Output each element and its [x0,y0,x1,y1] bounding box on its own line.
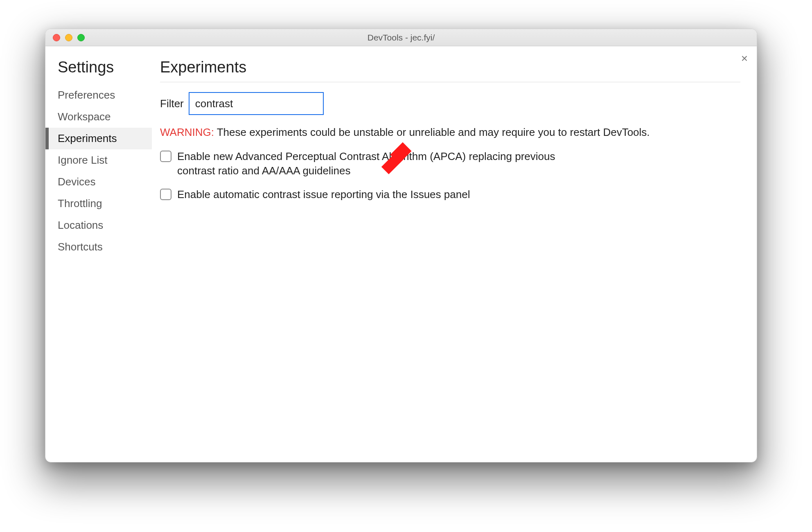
sidebar-item-experiments[interactable]: Experiments [45,128,152,149]
warning-label: WARNING: [160,126,214,138]
sidebar-item-throttling[interactable]: Throttling [45,193,152,214]
filter-label: Filter [160,97,184,110]
sidebar-item-shortcuts[interactable]: Shortcuts [45,236,152,258]
sidebar-item-devices[interactable]: Devices [45,171,152,193]
close-icon[interactable]: × [741,52,748,65]
experiment-row[interactable]: Enable new Advanced Perceptual Contrast … [160,149,590,178]
sidebar-item-workspace[interactable]: Workspace [45,106,152,128]
sidebar-item-locations[interactable]: Locations [45,214,152,236]
filter-row: Filter [160,92,740,115]
sidebar-title: Settings [58,59,152,76]
titlebar: DevTools - jec.fyi/ [45,29,757,46]
checkbox[interactable] [160,151,171,162]
experiment-label: Enable new Advanced Perceptual Contrast … [177,149,590,178]
sidebar-item-preferences[interactable]: Preferences [45,84,152,106]
settings-panel: × Settings Preferences Workspace Experim… [45,46,757,462]
divider [160,82,740,82]
settings-main: Experiments Filter WARNING: These experi… [152,46,757,462]
warning-text: These experiments could be unstable or u… [214,126,650,138]
experiment-row[interactable]: Enable automatic contrast issue reportin… [160,187,590,202]
experiment-label: Enable automatic contrast issue reportin… [177,187,470,202]
devtools-window: DevTools - jec.fyi/ × Settings Preferenc… [45,29,757,462]
filter-input[interactable] [189,92,324,115]
warning-message: WARNING: These experiments could be unst… [160,125,740,140]
checkbox[interactable] [160,189,171,200]
window-title: DevTools - jec.fyi/ [45,33,757,43]
page-heading: Experiments [160,59,740,76]
settings-sidebar: Settings Preferences Workspace Experimen… [45,46,152,462]
sidebar-item-ignore-list[interactable]: Ignore List [45,149,152,171]
